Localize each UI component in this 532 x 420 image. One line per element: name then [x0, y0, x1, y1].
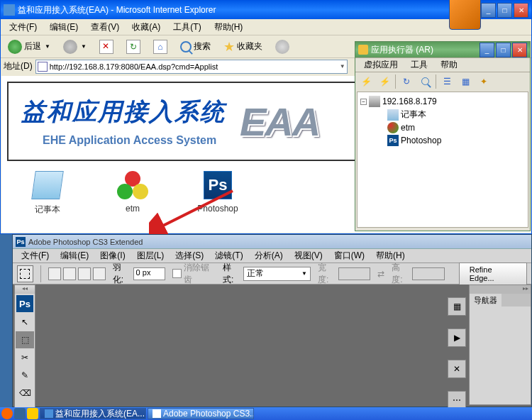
- ar-app-icon: [358, 45, 368, 55]
- history-icon: [275, 40, 289, 54]
- etm-icon: [117, 171, 148, 199]
- menu-edit[interactable]: 编辑(E): [55, 248, 94, 263]
- ps-workspace: ◂◂ Ps ↖ ⬚ ✂ ✎ ⌫ ↗ ▦ ▶ ✕ ⋯ ▸▸ 导航器: [13, 284, 531, 407]
- connect-button[interactable]: ⚡: [358, 74, 374, 89]
- list-view-button[interactable]: ☰: [439, 74, 455, 89]
- close-button[interactable]: ✕: [512, 43, 527, 57]
- photoshop-logo-icon: Ps: [16, 295, 33, 312]
- menu-tools[interactable]: 工具(T): [167, 20, 206, 35]
- style-select[interactable]: 正常▼: [243, 267, 311, 281]
- panel-icon-button[interactable]: ✕: [448, 360, 466, 378]
- marquee-tool[interactable]: ⬚: [16, 331, 34, 348]
- tray-icon[interactable]: [27, 408, 38, 419]
- stop-icon: [99, 40, 113, 54]
- menu-favorites[interactable]: 收藏(A): [126, 20, 166, 35]
- ar-window: 应用执行器 (AR) _ □ ✕ 虚拟应用 工具 帮助 ⚡ ⚡ ↻ ☰ ▦ ✦ …: [355, 41, 531, 231]
- tray-icon[interactable]: [14, 408, 26, 419]
- menu-view[interactable]: 查看(V): [85, 20, 125, 35]
- menu-help[interactable]: 帮助: [435, 57, 463, 72]
- search-button[interactable]: [417, 74, 433, 89]
- refresh-button[interactable]: ↻: [399, 74, 414, 89]
- tree-item-photoshop[interactable]: PsPhotoshop: [360, 134, 525, 147]
- app-label: etm: [126, 204, 140, 214]
- refresh-button[interactable]: ↻: [122, 38, 145, 56]
- menu-file[interactable]: 文件(F): [16, 248, 55, 263]
- close-button[interactable]: ✕: [514, 3, 528, 18]
- taskbar-item-photoshop[interactable]: PsAdobe Photoshop CS3...: [148, 408, 254, 419]
- ie-titlebar[interactable]: 益和应用接入系统(EAA) - Microsoft Internet Explo…: [1, 1, 531, 19]
- antialias-label: 消除锯齿: [184, 262, 216, 286]
- toolbox-grip[interactable]: ◂◂: [15, 285, 35, 294]
- refine-edge-button[interactable]: Refine Edge...: [459, 262, 527, 285]
- taskbar: 益和应用接入系统(EA... PsAdobe Photoshop CS3...: [0, 407, 532, 420]
- selection-intersect-button[interactable]: [93, 267, 106, 280]
- back-icon: [8, 40, 22, 54]
- back-button[interactable]: 后退▼: [4, 38, 55, 56]
- height-input: [412, 267, 445, 280]
- icon-view-button[interactable]: ▦: [458, 74, 473, 89]
- tray-icon[interactable]: [1, 408, 13, 419]
- height-label: 高度:: [392, 262, 410, 286]
- tree-server-node[interactable]: − 192.168.8.179: [360, 95, 525, 108]
- panel-grip[interactable]: ▸▸: [470, 285, 531, 294]
- collapse-icon[interactable]: −: [360, 99, 367, 105]
- ar-toolbar: ⚡ ⚡ ↻ ☰ ▦ ✦: [355, 72, 530, 90]
- maximize-button[interactable]: □: [497, 3, 512, 18]
- selection-subtract-button[interactable]: [78, 267, 91, 280]
- menu-virtual-app[interactable]: 虚拟应用: [358, 57, 404, 72]
- minimize-button[interactable]: _: [480, 43, 494, 57]
- minimize-button[interactable]: _: [481, 3, 496, 18]
- panel-icon-button[interactable]: ▶: [448, 328, 466, 347]
- stop-button[interactable]: [95, 38, 118, 56]
- page-title-en: EHE Application Access System: [43, 134, 226, 147]
- app-item-notepad[interactable]: 记事本: [16, 171, 79, 216]
- ps-options-bar: 羽化: 0 px 消除锯齿 样式: 正常▼ 宽度: ⇄ 高度: Refine E…: [13, 263, 531, 284]
- ps-titlebar[interactable]: Ps Adobe Photoshop CS3 Extended: [13, 235, 531, 249]
- refresh-icon: ↻: [126, 40, 140, 54]
- page-title-cn: 益和应用接入系统: [21, 96, 226, 128]
- ie-app-icon: [4, 4, 15, 16]
- selection-new-button[interactable]: [48, 267, 61, 280]
- ar-title: 应用执行器 (AR): [371, 44, 480, 56]
- home-button[interactable]: ⌂: [149, 38, 172, 56]
- ps-navigator-panel[interactable]: ▸▸ 导航器: [469, 284, 531, 405]
- disconnect-button[interactable]: ⚡: [377, 74, 392, 89]
- app-label: 记事本: [35, 204, 60, 216]
- app-label: Photoshop: [197, 204, 238, 214]
- etm-icon: [387, 122, 399, 133]
- dropdown-icon[interactable]: ▼: [340, 63, 345, 70]
- menu-help[interactable]: 帮助(H): [209, 20, 249, 35]
- selection-add-button[interactable]: [63, 267, 76, 280]
- menu-file[interactable]: 文件(F): [4, 20, 43, 35]
- history-button[interactable]: [271, 38, 294, 56]
- photoshop-window: Ps Adobe Photoshop CS3 Extended 文件(F) 编辑…: [12, 234, 532, 407]
- favorites-button[interactable]: ★收藏夹: [219, 37, 267, 57]
- app-item-photoshop[interactable]: Ps Photoshop: [186, 171, 250, 216]
- active-tool-display[interactable]: [17, 265, 33, 282]
- address-url: http://192.168.8.179:8080/EAA.dsp?cmd=Ap…: [50, 62, 340, 71]
- app-item-etm[interactable]: etm: [101, 171, 165, 216]
- address-input[interactable]: http://192.168.8.179:8080/EAA.dsp?cmd=Ap…: [35, 60, 348, 74]
- lasso-tool[interactable]: ✂: [16, 349, 34, 366]
- move-tool[interactable]: ↖: [16, 314, 34, 331]
- search-button[interactable]: 搜索: [176, 38, 215, 55]
- eraser-tool[interactable]: ⌫: [16, 385, 34, 402]
- ps-toolbox: ◂◂ Ps ↖ ⬚ ✂ ✎ ⌫ ↗: [14, 284, 35, 420]
- crop-tool[interactable]: ✎: [16, 367, 34, 384]
- selection-mode-buttons: [48, 267, 106, 280]
- maximize-button[interactable]: □: [496, 43, 511, 57]
- wizard-button[interactable]: ✦: [476, 74, 492, 89]
- ps-title: Adobe Photoshop CS3 Extended: [28, 238, 528, 246]
- navigator-tab[interactable]: 导航器: [470, 294, 501, 306]
- taskbar-item-ie[interactable]: 益和应用接入系统(EA...: [40, 408, 146, 419]
- tree-server-label: 192.168.8.179: [382, 96, 437, 106]
- ar-titlebar[interactable]: 应用执行器 (AR) _ □ ✕: [355, 42, 530, 57]
- menu-tools[interactable]: 工具: [405, 57, 433, 72]
- tree-item-etm[interactable]: etm: [360, 121, 525, 134]
- msn-logo-button[interactable]: [449, 0, 481, 30]
- menu-edit[interactable]: 编辑(E): [44, 20, 84, 35]
- feather-input[interactable]: 0 px: [133, 267, 166, 280]
- panel-icon-button[interactable]: ▦: [448, 297, 466, 316]
- tree-item-notepad[interactable]: 记事本: [360, 108, 525, 121]
- forward-button[interactable]: ▼: [59, 38, 91, 56]
